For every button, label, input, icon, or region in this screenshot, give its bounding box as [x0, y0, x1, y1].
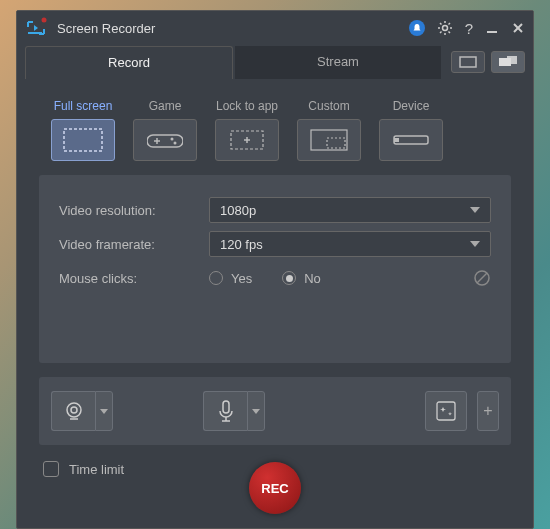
radio-label: Yes — [231, 271, 252, 286]
display-buttons — [451, 51, 525, 73]
mode-label: Game — [149, 99, 182, 113]
titlebar: Screen Recorder ? — [17, 11, 533, 45]
svg-rect-36 — [437, 402, 455, 420]
mode-label: Lock to app — [216, 99, 278, 113]
app-title: Screen Recorder — [57, 21, 409, 36]
device-icon — [379, 119, 443, 161]
svg-line-10 — [448, 23, 450, 25]
game-icon — [133, 119, 197, 161]
effects-icon — [435, 400, 457, 422]
svg-point-21 — [174, 142, 177, 145]
record-button[interactable]: REC — [249, 462, 301, 514]
mode-game[interactable]: Game — [133, 99, 197, 161]
svg-rect-25 — [311, 130, 347, 150]
radio-dot-icon — [209, 271, 223, 285]
webcam-caret[interactable] — [95, 391, 113, 431]
settings-icon[interactable] — [437, 20, 453, 36]
custom-icon — [297, 119, 361, 161]
svg-point-2 — [442, 26, 447, 31]
minimize-icon[interactable] — [485, 21, 499, 35]
radio-yes[interactable]: Yes — [209, 271, 252, 286]
add-source-button[interactable]: + — [477, 391, 499, 431]
webcam-icon — [62, 399, 86, 423]
svg-point-1 — [42, 18, 47, 23]
mic-caret[interactable] — [247, 391, 265, 431]
svg-line-9 — [440, 32, 442, 34]
display-multi-icon[interactable] — [491, 51, 525, 73]
app-logo-icon — [25, 17, 47, 39]
select-framerate[interactable]: 120 fps — [209, 231, 491, 257]
svg-rect-16 — [507, 56, 517, 64]
radio-label: No — [304, 271, 321, 286]
svg-rect-0 — [28, 32, 42, 34]
mode-fullscreen[interactable]: Full screen — [51, 99, 115, 161]
webcam-button[interactable] — [51, 391, 95, 431]
chevron-down-icon — [100, 409, 108, 414]
main-tabs: Record Stream — [25, 46, 443, 79]
svg-rect-14 — [460, 57, 476, 67]
chevron-down-icon — [470, 207, 480, 213]
svg-rect-26 — [327, 138, 345, 148]
lock-to-app-icon — [215, 119, 279, 161]
svg-rect-28 — [394, 138, 399, 142]
radio-dot-icon — [282, 271, 296, 285]
row-framerate: Video framerate: 120 fps — [59, 227, 491, 261]
titlebar-controls: ? — [409, 20, 525, 37]
mode-lock-to-app[interactable]: Lock to app — [215, 99, 279, 161]
close-icon[interactable] — [511, 21, 525, 35]
mode-device[interactable]: Device — [379, 99, 443, 161]
mouse-radio-group: Yes No — [209, 271, 321, 286]
webcam-source — [51, 391, 113, 431]
capture-modes: Full screen Game Lock to app Custom — [39, 99, 511, 161]
mode-label: Custom — [308, 99, 349, 113]
app-window: Screen Recorder ? Record Stream — [16, 10, 534, 529]
label-framerate: Video framerate: — [59, 237, 209, 252]
time-limit-checkbox[interactable] — [43, 461, 59, 477]
svg-point-31 — [67, 403, 81, 417]
svg-point-20 — [171, 138, 174, 141]
display-single-icon[interactable] — [451, 51, 485, 73]
mode-label: Device — [393, 99, 430, 113]
fullscreen-icon — [51, 119, 115, 161]
svg-line-8 — [448, 32, 450, 34]
radio-no[interactable]: No — [282, 271, 321, 286]
tab-record[interactable]: Record — [25, 46, 233, 79]
select-value: 120 fps — [220, 237, 263, 252]
mode-custom[interactable]: Custom — [297, 99, 361, 161]
help-icon[interactable]: ? — [465, 20, 473, 37]
sources-row: + — [39, 377, 511, 445]
notification-icon[interactable] — [409, 20, 425, 36]
tab-stream[interactable]: Stream — [235, 46, 441, 79]
select-value: 1080p — [220, 203, 256, 218]
svg-point-32 — [71, 407, 77, 413]
svg-line-30 — [477, 273, 487, 283]
svg-rect-33 — [223, 401, 229, 413]
record-label: REC — [261, 481, 288, 496]
svg-line-7 — [440, 23, 442, 25]
select-resolution[interactable]: 1080p — [209, 197, 491, 223]
mic-button[interactable] — [203, 391, 247, 431]
label-resolution: Video resolution: — [59, 203, 209, 218]
effects-button[interactable] — [425, 391, 467, 431]
tabs-row: Record Stream — [17, 45, 533, 79]
chevron-down-icon — [470, 241, 480, 247]
label-mouse-clicks: Mouse clicks: — [59, 271, 209, 286]
mic-source — [203, 391, 265, 431]
time-limit-label: Time limit — [69, 462, 124, 477]
svg-rect-27 — [394, 136, 428, 144]
content: Full screen Game Lock to app Custom — [17, 79, 533, 528]
svg-rect-17 — [64, 129, 102, 151]
mic-icon — [215, 399, 237, 423]
disabled-icon — [473, 269, 491, 287]
row-mouse-clicks: Mouse clicks: Yes No — [59, 261, 491, 295]
chevron-down-icon — [252, 409, 260, 414]
row-resolution: Video resolution: 1080p — [59, 193, 491, 227]
settings-panel: Video resolution: 1080p Video framerate:… — [39, 175, 511, 363]
mode-label: Full screen — [54, 99, 113, 113]
